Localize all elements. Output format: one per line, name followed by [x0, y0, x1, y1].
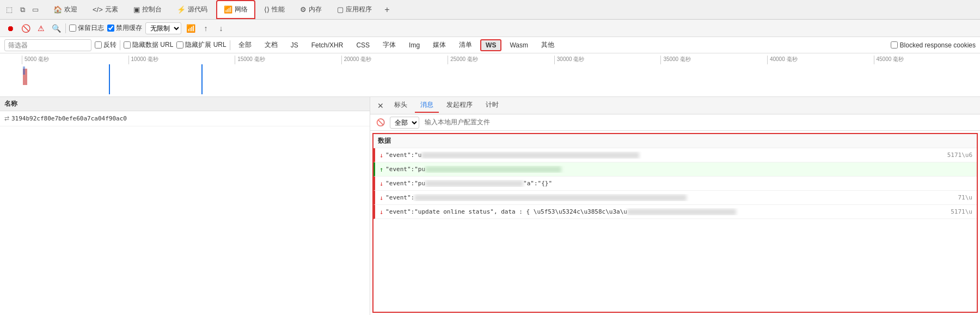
- right-tab-initiator[interactable]: 发起程序: [441, 98, 478, 113]
- right-filter-bar: 🚫 全部 输入本地用户配置文件: [370, 114, 980, 131]
- right-tab-timing-label: 计时: [486, 101, 499, 108]
- mobile-icon[interactable]: ▭: [30, 5, 40, 15]
- right-tab-messages-label: 消息: [420, 101, 433, 108]
- disable-cache-label: 禁用缓存: [116, 23, 142, 33]
- tab-memory-label: 内存: [309, 5, 322, 14]
- wifi-button[interactable]: 📶: [185, 22, 197, 34]
- right-filter-select[interactable]: 全部: [390, 117, 419, 129]
- filter-all[interactable]: 全部: [234, 39, 256, 51]
- tab-elements-label: 元素: [105, 5, 118, 14]
- right-tab-timing[interactable]: 计时: [480, 98, 504, 113]
- reverse-checkbox[interactable]: 反转: [95, 40, 117, 50]
- dock-icon[interactable]: ⬚: [4, 5, 14, 15]
- filter-fetch-xhr[interactable]: Fetch/XHR: [307, 40, 348, 51]
- hide-ext-url-label: 隐藏扩展 URL: [185, 40, 226, 50]
- tab-welcome[interactable]: 🏠 欢迎: [47, 0, 84, 19]
- filter-doc[interactable]: 文档: [260, 39, 283, 51]
- data-row-5[interactable]: ↓ "event":"update online status", data :…: [373, 205, 977, 219]
- blocked-cookies-checkbox[interactable]: Blocked response cookies: [891, 41, 976, 49]
- tick-15000: 15000 毫秒: [235, 56, 341, 64]
- tab-network[interactable]: 📶 网络: [216, 0, 255, 19]
- performance-icon: ⟨⟩: [264, 5, 270, 14]
- filter-media[interactable]: 媒体: [428, 39, 451, 51]
- reverse-label: 反转: [103, 40, 117, 50]
- hide-ext-url-input[interactable]: [176, 41, 183, 49]
- right-panel-body: 数据 ↓ "event":"u 5171\u6 ↑: [370, 131, 980, 315]
- arrow-down-icon-3: ↓: [379, 180, 383, 187]
- filter-sep-1: [120, 40, 120, 50]
- filter-error-button[interactable]: ⚠: [35, 22, 47, 34]
- tick-45000: 45000 毫秒: [874, 56, 981, 64]
- tick-25000: 25000 毫秒: [448, 56, 554, 64]
- tab-sources-label: 源代码: [188, 5, 207, 14]
- data-row-2[interactable]: ↑ "event":"pu: [373, 162, 977, 177]
- reverse-input[interactable]: [95, 41, 102, 49]
- filter-font[interactable]: 字体: [378, 39, 401, 51]
- right-tab-messages[interactable]: 消息: [415, 98, 439, 113]
- filter-input[interactable]: [4, 39, 91, 51]
- right-filter-icon[interactable]: 🚫: [375, 117, 387, 129]
- tab-console-label: 控制台: [142, 5, 162, 14]
- download-button[interactable]: ↓: [215, 22, 227, 34]
- row-content-3: "event":"pu"a":"{}": [385, 180, 968, 187]
- add-tab-button[interactable]: +: [381, 3, 394, 16]
- row-size-1: 5171\u6: [947, 152, 972, 159]
- right-tab-initiator-label: 发起程序: [446, 101, 473, 108]
- tab-sources[interactable]: ⚡ 源代码: [170, 0, 214, 19]
- search-button[interactable]: 🔍: [50, 22, 62, 34]
- filter-manifest[interactable]: 清单: [454, 39, 477, 51]
- transfer-icon: ⇄: [4, 115, 9, 122]
- undock-icon[interactable]: ⧉: [17, 5, 27, 15]
- upload-button[interactable]: ↑: [200, 22, 212, 34]
- row-size-4: 71\u: [958, 194, 973, 201]
- filter-wasm[interactable]: Wasm: [505, 40, 533, 51]
- timeline-graph: [0, 64, 980, 94]
- separator-1: [65, 23, 66, 33]
- blocked-cookies-input[interactable]: [891, 41, 898, 49]
- throttle-select[interactable]: 无限制: [145, 22, 181, 34]
- row-content-1: "event":"u: [385, 152, 942, 159]
- blocked-cookies-label: Blocked response cookies: [900, 41, 976, 49]
- timeline-ruler: 5000 毫秒 10000 毫秒 15000 毫秒 20000 毫秒 25000…: [0, 56, 980, 64]
- timeline-vline-1: [109, 64, 110, 94]
- hide-ext-url-checkbox[interactable]: 隐藏扩展 URL: [176, 40, 226, 50]
- row-size-5: 5171\u: [951, 208, 972, 215]
- data-row-4[interactable]: ↓ "event": 71\u: [373, 191, 977, 205]
- data-section[interactable]: ↓ "event":"u 5171\u6 ↑ "event":"pu: [373, 148, 977, 312]
- elements-icon: </>: [93, 5, 103, 14]
- tab-memory[interactable]: ⚙ 内存: [293, 0, 328, 19]
- tab-welcome-label: 欢迎: [64, 5, 77, 14]
- tick-10000: 10000 毫秒: [128, 56, 235, 64]
- close-panel-button[interactable]: ✕: [375, 100, 387, 112]
- data-row-3[interactable]: ↓ "event":"pu"a":"{}": [373, 177, 977, 191]
- tab-elements[interactable]: </> 元素: [86, 0, 125, 19]
- filter-css[interactable]: CSS: [351, 40, 375, 51]
- network-row[interactable]: ⇄ 3194b92cf80e7b0efe60a7ca04f90ac0: [0, 111, 370, 126]
- tab-application[interactable]: ▢ 应用程序: [330, 0, 378, 19]
- hide-data-url-checkbox[interactable]: 隐藏数据 URL: [124, 40, 173, 50]
- preserve-log-input[interactable]: [69, 25, 76, 32]
- left-panel-header: 名称: [0, 97, 370, 111]
- right-filter-text: 输入本地用户配置文件: [422, 118, 492, 127]
- disable-cache-checkbox[interactable]: 禁用缓存: [107, 23, 142, 33]
- data-title: 数据: [378, 137, 391, 144]
- network-icon: 📶: [224, 5, 232, 14]
- tab-console[interactable]: ▣ 控制台: [127, 0, 168, 19]
- tab-bar-icons: ⬚ ⧉ ▭: [4, 5, 40, 15]
- right-tab-headers[interactable]: 标头: [389, 98, 413, 113]
- filter-ws[interactable]: WS: [480, 39, 501, 51]
- tick-5000: 5000 毫秒: [22, 56, 128, 64]
- preserve-log-label: 保留日志: [78, 23, 104, 33]
- disable-cache-input[interactable]: [107, 25, 114, 32]
- hide-data-url-input[interactable]: [124, 41, 131, 49]
- record-button[interactable]: ⏺: [4, 22, 16, 34]
- right-panel-tabs: ✕ 标头 消息 发起程序 计时: [370, 97, 980, 114]
- filter-other[interactable]: 其他: [536, 39, 559, 51]
- filter-js[interactable]: JS: [286, 40, 303, 51]
- clear-button[interactable]: 🚫: [20, 22, 32, 34]
- preserve-log-checkbox[interactable]: 保留日志: [69, 23, 104, 33]
- filter-img[interactable]: Img: [404, 40, 425, 51]
- toolbar: ⏺ 🚫 ⚠ 🔍 保留日志 禁用缓存 无限制 📶 ↑ ↓: [0, 20, 980, 37]
- tab-performance[interactable]: ⟨⟩ 性能: [258, 0, 291, 19]
- data-row-1[interactable]: ↓ "event":"u 5171\u6: [373, 148, 977, 162]
